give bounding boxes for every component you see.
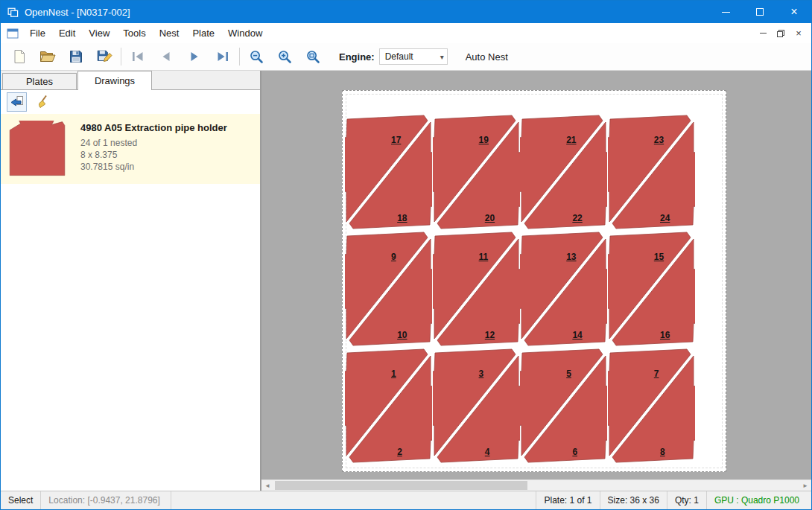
part-number[interactable]: 5	[566, 369, 571, 379]
chevron-down-icon: ▾	[440, 53, 444, 61]
first-icon	[130, 51, 145, 63]
open-button[interactable]	[35, 45, 60, 68]
part-number[interactable]: 12	[485, 330, 495, 340]
menu-tools[interactable]: Tools	[116, 23, 152, 43]
nested-part-pair[interactable]: 910	[345, 231, 432, 347]
menu-nest[interactable]: Nest	[153, 23, 186, 43]
part-number[interactable]: 8	[660, 447, 665, 457]
part-number[interactable]: 13	[566, 252, 576, 262]
part-number[interactable]: 21	[566, 135, 576, 145]
mdi-close-button[interactable]: ×	[790, 26, 807, 41]
part-number[interactable]: 16	[660, 330, 670, 340]
nested-part-pair[interactable]: 78	[608, 348, 695, 464]
part-number[interactable]: 6	[572, 447, 577, 457]
status-plate: Plate: 1 of 1	[536, 491, 599, 509]
nested-part-pair[interactable]: 1112	[433, 231, 520, 347]
new-button[interactable]	[7, 45, 32, 68]
auto-nest-button[interactable]: Auto Nest	[461, 49, 513, 65]
window-title: OpenNest - [N0317-002]	[25, 7, 130, 18]
previous-icon	[159, 51, 174, 63]
nested-part-pair[interactable]: 1920	[433, 114, 520, 230]
part-number[interactable]: 22	[572, 213, 582, 223]
toolbar-separator	[121, 48, 121, 66]
menu-window[interactable]: Window	[221, 23, 269, 43]
nested-part-pair[interactable]: 34	[433, 348, 520, 464]
zoom-in-icon	[277, 49, 292, 64]
nested-part-pair[interactable]: 2122	[520, 114, 607, 230]
part-number[interactable]: 11	[479, 252, 489, 262]
nested-part-pair[interactable]: 2324	[608, 114, 695, 230]
part-number[interactable]: 17	[391, 135, 401, 145]
open-folder-icon	[39, 50, 56, 63]
save-icon	[69, 49, 83, 64]
part-number[interactable]: 20	[485, 213, 495, 223]
engine-select[interactable]: Default ▾	[379, 48, 448, 65]
mdi-minimize-button[interactable]	[755, 26, 771, 41]
menu-edit[interactable]: Edit	[52, 23, 82, 43]
part-number[interactable]: 7	[654, 369, 659, 379]
drawings-toolbar	[1, 90, 260, 114]
part-number[interactable]: 3	[479, 369, 484, 379]
status-location: Location: [-0.9437, 21.8796]	[41, 491, 171, 509]
part-number[interactable]: 15	[654, 252, 664, 262]
drawing-list-item[interactable]: 4980 A05 Extraction pipe holder 24 of 1 …	[1, 114, 260, 184]
part-number[interactable]: 4	[485, 447, 490, 457]
nested-part-pair[interactable]: 1718	[345, 114, 432, 230]
scrollbar-thumb[interactable]	[275, 481, 527, 490]
clear-drawings-button[interactable]	[33, 92, 53, 112]
import-drawing-button[interactable]	[7, 92, 27, 112]
previous-plate-button[interactable]	[153, 45, 179, 68]
drawing-title: 4980 A05 Extraction pipe holder	[80, 122, 227, 133]
menu-file[interactable]: File	[23, 23, 52, 43]
part-number[interactable]: 9	[391, 252, 396, 262]
nested-part-pair[interactable]: 12	[345, 348, 432, 464]
part-number[interactable]: 2	[397, 447, 402, 457]
mdi-restore-button[interactable]	[773, 26, 789, 41]
menu-plate[interactable]: Plate	[185, 23, 221, 43]
part-number[interactable]: 1	[391, 369, 396, 379]
next-icon	[187, 51, 202, 63]
maximize-button[interactable]	[743, 1, 777, 23]
part-number[interactable]: 10	[397, 330, 407, 340]
new-file-icon	[12, 49, 27, 64]
scroll-left-icon[interactable]: ◄	[261, 480, 273, 491]
status-mode: Select	[1, 491, 41, 509]
mdi-restore-icon	[776, 29, 785, 38]
part-number[interactable]: 23	[654, 135, 664, 145]
zoom-fit-button[interactable]	[300, 45, 326, 68]
titlebar: OpenNest - [N0317-002] ×	[1, 1, 811, 23]
minimize-button[interactable]	[708, 1, 743, 23]
part-number[interactable]: 14	[572, 330, 582, 340]
first-plate-button[interactable]	[125, 45, 150, 68]
part-number[interactable]: 24	[660, 213, 670, 223]
drawing-area: 30.7815 sq/in	[80, 161, 227, 173]
document-icon[interactable]	[7, 28, 19, 39]
next-plate-button[interactable]	[182, 45, 207, 68]
scroll-right-icon[interactable]: ►	[799, 480, 811, 491]
tab-plates[interactable]: Plates	[2, 73, 77, 89]
status-gpu: GPU : Quadro P1000	[706, 491, 811, 509]
menu-view[interactable]: View	[82, 23, 116, 43]
plate[interactable]: 171819202122232491011121314151612345678	[342, 90, 726, 472]
nested-part-pair[interactable]: 1516	[608, 231, 695, 347]
save-as-button[interactable]	[92, 45, 117, 68]
zoom-out-button[interactable]	[244, 45, 269, 68]
horizontal-scrollbar[interactable]: ◄ ►	[261, 479, 811, 491]
tab-drawings[interactable]: Drawings	[77, 71, 152, 90]
zoom-in-button[interactable]	[272, 45, 297, 68]
save-edit-icon	[96, 49, 112, 64]
engine-value: Default	[385, 51, 413, 62]
plate-blocks: 171819202122232491011121314151612345678	[343, 91, 726, 471]
last-plate-button[interactable]	[210, 45, 235, 68]
zoom-out-icon	[249, 49, 264, 64]
nest-canvas[interactable]: 171819202122232491011121314151612345678 …	[261, 71, 811, 491]
nested-part-pair[interactable]: 1314	[520, 231, 607, 347]
toolbar-separator	[239, 48, 240, 66]
close-button[interactable]: ×	[777, 1, 811, 23]
part-number[interactable]: 19	[479, 135, 489, 145]
status-size: Size: 36 x 36	[600, 491, 667, 509]
nested-part-pair[interactable]: 56	[520, 348, 607, 464]
save-button[interactable]	[63, 45, 89, 68]
tabstrip: Plates Drawings	[1, 71, 260, 90]
part-number[interactable]: 18	[397, 213, 407, 223]
